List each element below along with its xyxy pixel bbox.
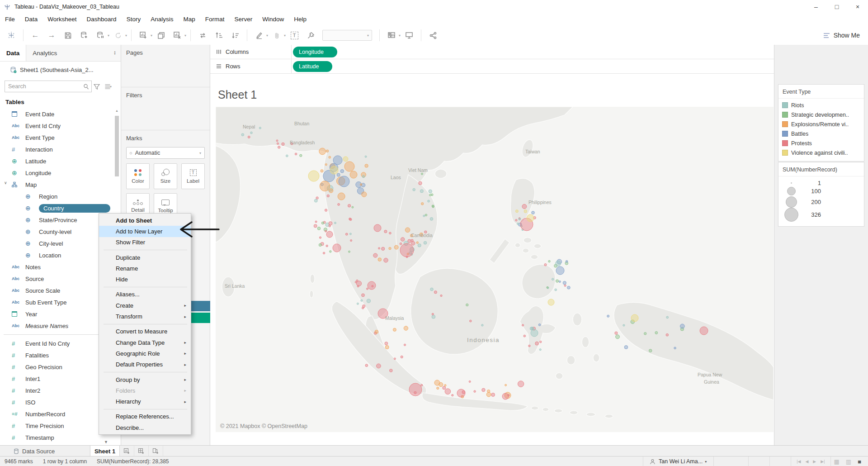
ctx-item-duplicate[interactable]: Duplicate <box>99 252 191 263</box>
field-event-type[interactable]: AbcEvent Type <box>0 132 114 143</box>
ctx-item-change-data-type[interactable]: Change Data Type▸ <box>99 337 191 348</box>
map-mark[interactable] <box>444 385 446 386</box>
map-mark[interactable] <box>357 303 359 304</box>
map-mark[interactable] <box>666 316 669 319</box>
map-mark[interactable] <box>329 189 333 193</box>
map-mark[interactable] <box>474 390 476 392</box>
user-menu[interactable]: Tan Wei Li Ama... ▾ <box>643 458 713 465</box>
size-legend-entry[interactable]: 100 <box>778 186 864 196</box>
map-mark[interactable] <box>349 233 351 235</box>
map-mark[interactable] <box>345 233 348 235</box>
map-mark[interactable] <box>420 190 423 193</box>
map-mark[interactable] <box>556 261 561 266</box>
map-mark[interactable] <box>401 238 405 242</box>
map-mark[interactable] <box>567 286 571 289</box>
map-mark[interactable] <box>519 218 521 220</box>
dropdown-caret-icon[interactable]: ▾ <box>284 33 286 38</box>
map-mark[interactable] <box>390 369 393 372</box>
map-mark[interactable] <box>502 393 509 399</box>
duplicate-button[interactable] <box>154 29 168 42</box>
map-mark[interactable] <box>419 181 422 185</box>
field-source-scale[interactable]: AbcSource Scale <box>0 285 114 296</box>
map-view[interactable]: NepalBhutanBangladeshViet NamLaosTaiwanC… <box>216 107 774 432</box>
map-mark[interactable] <box>517 223 519 225</box>
map-mark[interactable] <box>335 222 336 224</box>
field-iso[interactable]: #ISO <box>0 396 114 408</box>
map-mark[interactable] <box>343 157 348 162</box>
map-mark[interactable] <box>466 304 468 306</box>
field-sub-event-type[interactable]: AbcSub Event Type <box>0 296 114 308</box>
map-mark[interactable] <box>430 288 434 291</box>
field-measure-names[interactable]: AbcMeasure Names <box>0 320 114 332</box>
sheet-view-icon[interactable]: ■ <box>858 458 861 465</box>
field-event-id-no-cnty[interactable]: #Event Id No Cnty <box>0 338 114 349</box>
map-mark[interactable] <box>552 278 554 281</box>
map-mark[interactable] <box>457 389 465 397</box>
field-timestamp[interactable]: #Timestamp <box>0 432 114 443</box>
map-mark[interactable] <box>547 286 548 288</box>
map-mark[interactable] <box>481 324 483 326</box>
map-mark[interactable] <box>326 245 328 247</box>
map-mark[interactable] <box>524 210 527 213</box>
ctx-item-create[interactable]: Create▸ <box>99 300 191 311</box>
map-mark[interactable] <box>404 326 408 330</box>
ctx-item-show-filter[interactable]: Show Filter <box>99 237 191 248</box>
map-mark[interactable] <box>326 231 333 238</box>
map-mark[interactable] <box>432 205 434 208</box>
field-longitude[interactable]: ⊕Longitude <box>0 167 114 179</box>
map-mark[interactable] <box>531 329 538 337</box>
tableau-logo-icon[interactable] <box>5 29 18 42</box>
map-mark[interactable] <box>375 330 378 334</box>
field-fatalities[interactable]: #Fatalities <box>0 349 114 361</box>
field-city-level[interactable]: ⊕City-level <box>0 238 114 249</box>
menu-file[interactable]: File <box>0 13 20 26</box>
menu-help[interactable]: Help <box>289 13 311 26</box>
legend-entry-strategic-developmen[interactable]: Strategic developmen.. <box>778 110 864 119</box>
map-mark[interactable] <box>566 261 568 263</box>
map-mark[interactable] <box>337 173 340 176</box>
ctx-item-hierarchy[interactable]: Hierarchy▸ <box>99 396 191 407</box>
map-mark[interactable] <box>655 332 658 334</box>
map-mark[interactable] <box>363 305 365 308</box>
field-inter2[interactable]: #Inter2 <box>0 385 114 396</box>
map-mark[interactable] <box>515 210 518 213</box>
map-mark[interactable] <box>649 349 652 352</box>
filters-shelf[interactable]: Filters <box>121 87 210 130</box>
first-page-icon[interactable]: |◀ <box>797 459 801 464</box>
pages-shelf[interactable]: Pages <box>121 45 210 87</box>
map-mark[interactable] <box>308 171 319 181</box>
map-mark[interactable] <box>518 381 524 387</box>
field-year[interactable]: Year <box>0 308 114 320</box>
new-worksheet-button[interactable] <box>137 29 150 42</box>
map-mark[interactable] <box>319 243 321 246</box>
scroll-down-icon[interactable]: ▼ <box>104 440 108 444</box>
ctx-item-transform[interactable]: Transform▸ <box>99 311 191 322</box>
map-mark[interactable] <box>524 335 526 337</box>
ctx-item-geographic-role[interactable]: Geographic Role▸ <box>99 348 191 359</box>
map-mark[interactable] <box>382 247 385 250</box>
map-mark[interactable] <box>539 349 541 351</box>
field-event-date[interactable]: Event Date <box>0 108 114 120</box>
map-mark[interactable] <box>321 170 323 172</box>
map-mark[interactable] <box>361 300 363 301</box>
map-mark[interactable] <box>339 176 349 187</box>
ctx-item-hide[interactable]: Hide <box>99 274 191 285</box>
fix-axes-button[interactable] <box>304 29 317 42</box>
ctx-item-rename[interactable]: Rename <box>99 263 191 274</box>
map-mark[interactable] <box>432 313 434 315</box>
menu-story[interactable]: Story <box>122 13 146 26</box>
expand-caret-icon[interactable]: ∨ <box>4 181 7 185</box>
maximize-button[interactable]: □ <box>826 0 847 13</box>
map-mark[interactable] <box>348 204 350 207</box>
map-mark[interactable] <box>532 211 535 214</box>
map-mark[interactable] <box>429 194 432 196</box>
map-mark[interactable] <box>413 188 415 191</box>
map-mark[interactable] <box>644 333 646 335</box>
map-mark[interactable] <box>405 228 410 233</box>
map-mark[interactable] <box>378 258 382 262</box>
map-mark[interactable] <box>409 383 422 396</box>
map-mark[interactable] <box>259 127 261 129</box>
close-button[interactable]: × <box>847 0 868 13</box>
field-inter1[interactable]: #Inter1 <box>0 373 114 385</box>
map-mark[interactable] <box>319 148 326 155</box>
